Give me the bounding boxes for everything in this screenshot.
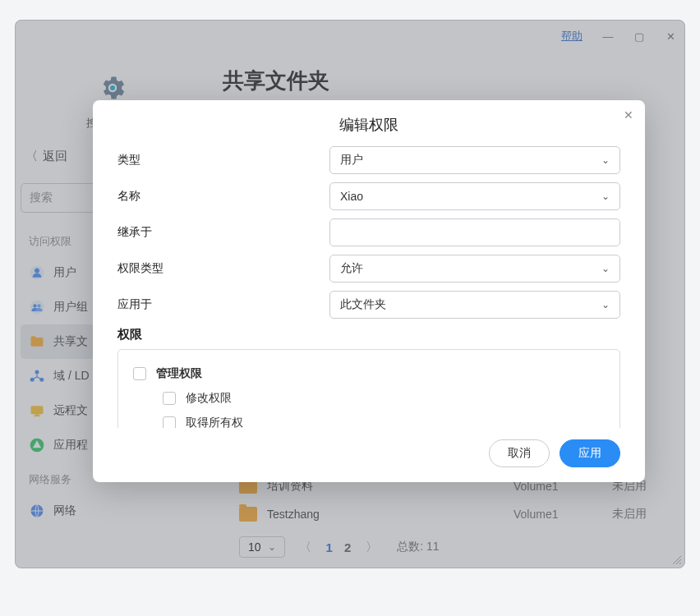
check-modify[interactable]: 修改权限 xyxy=(133,386,605,411)
form-row-apply: 应用于 此文件夹 ⌄ xyxy=(117,291,620,319)
perm-header: 权限 xyxy=(117,327,620,342)
chevron-down-icon: ⌄ xyxy=(601,299,610,310)
chevron-down-icon: ⌄ xyxy=(601,154,610,166)
label-inherit: 继承于 xyxy=(117,225,329,240)
check-takeown[interactable]: 取得所有权 xyxy=(133,411,605,428)
edit-permissions-modal: ✕ 编辑权限 类型 用户 ⌄ 名称 Xiao ⌄ 继承于 权限类型 xyxy=(93,100,645,482)
chevron-down-icon: ⌄ xyxy=(601,191,610,202)
modal-close-icon[interactable]: ✕ xyxy=(624,108,633,122)
cancel-button[interactable]: 取消 xyxy=(489,439,550,467)
label-apply: 应用于 xyxy=(117,297,329,312)
label-permtype: 权限类型 xyxy=(117,261,329,276)
permissions-box: 管理权限 修改权限 取得所有权 xyxy=(117,349,620,428)
form-row-inherit: 继承于 xyxy=(117,218,620,246)
apply-select[interactable]: 此文件夹 ⌄ xyxy=(329,291,620,319)
type-select[interactable]: 用户 ⌄ xyxy=(329,146,620,174)
permtype-select[interactable]: 允许 ⌄ xyxy=(329,255,620,283)
label-type: 类型 xyxy=(117,153,329,168)
checkbox[interactable] xyxy=(163,392,176,405)
modal-footer: 取消 应用 xyxy=(93,428,645,482)
name-select[interactable]: Xiao ⌄ xyxy=(329,182,620,210)
form-row-name: 名称 Xiao ⌄ xyxy=(117,182,620,210)
modal-body: 类型 用户 ⌄ 名称 Xiao ⌄ 继承于 权限类型 允许 ⌄ xyxy=(93,146,645,428)
checkbox[interactable] xyxy=(163,416,176,428)
apply-button[interactable]: 应用 xyxy=(560,439,620,467)
form-row-permtype: 权限类型 允许 ⌄ xyxy=(117,255,620,283)
check-admin[interactable]: 管理权限 xyxy=(133,361,605,386)
checkbox[interactable] xyxy=(133,367,146,380)
label-name: 名称 xyxy=(117,189,329,204)
form-row-type: 类型 用户 ⌄ xyxy=(117,146,620,174)
inherit-input[interactable] xyxy=(329,218,620,246)
chevron-down-icon: ⌄ xyxy=(601,263,610,274)
modal-title: 编辑权限 xyxy=(93,100,645,146)
